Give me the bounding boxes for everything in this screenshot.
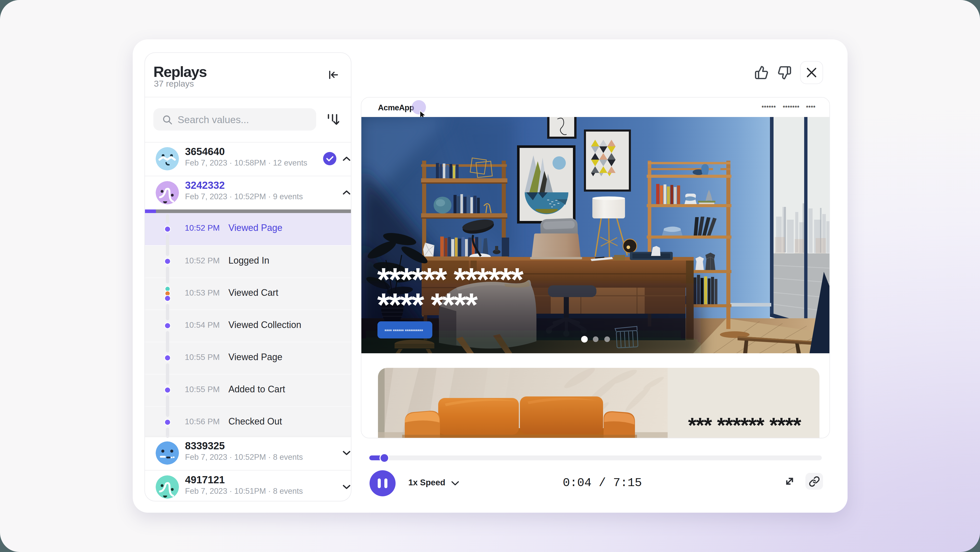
svg-text:**** ****** **********: **** ****** ********** <box>384 328 423 334</box>
svg-text:**** ****: **** **** <box>377 286 478 323</box>
